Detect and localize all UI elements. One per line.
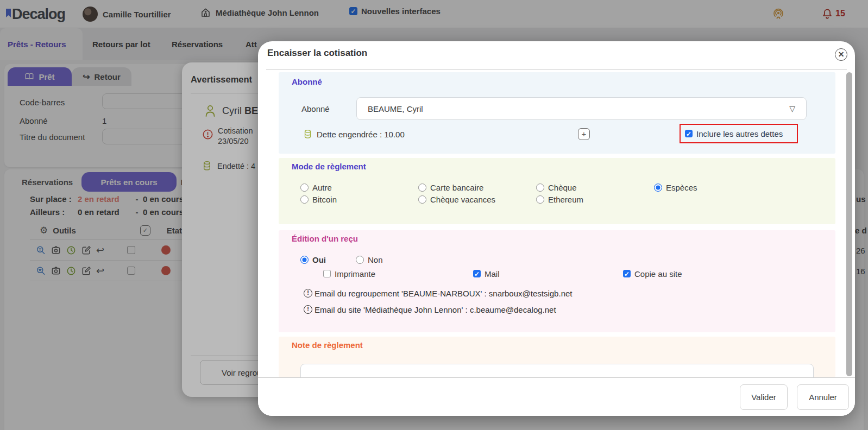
section-note: Note de règlement [279, 337, 835, 377]
radio-icon[interactable] [418, 195, 426, 204]
divider [266, 69, 847, 69]
radio-icon[interactable] [356, 256, 364, 264]
radio-selected-icon[interactable] [654, 184, 662, 192]
payment-option-label: Espèces [666, 183, 697, 192]
add-button[interactable]: + [578, 128, 590, 140]
radio-selected-icon[interactable] [300, 256, 309, 264]
section-abonne-title: Abonné [292, 77, 322, 86]
radio-icon[interactable] [300, 195, 309, 204]
payment-option-label: Ethereum [548, 195, 583, 204]
payment-option-ethereum[interactable]: Ethereum [536, 194, 583, 205]
generated-debt-text: Dette engendrée : 10.00 [317, 130, 405, 139]
payment-option-label: Chèque vacances [430, 195, 495, 204]
payment-option-label: Autre [312, 183, 332, 192]
group-email-info: ! Email du regroupement 'BEAUME-NARBOUX'… [304, 288, 573, 299]
include-debts-checkbox[interactable] [685, 130, 693, 137]
close-icon[interactable]: ✕ [835, 48, 847, 61]
generated-debt-line: Dette engendrée : 10.00 [303, 127, 405, 142]
screen: Decalog Camille Tourtillier Médiathèque … [0, 0, 868, 430]
modal-scrollbar-thumb[interactable] [846, 72, 852, 376]
abonne-field-label: Abonné [301, 97, 330, 120]
receipt-yes-label: Oui [312, 255, 326, 264]
cancel-button-label: Annuler [809, 393, 837, 402]
payment-option-bitcoin[interactable]: Bitcoin [300, 194, 337, 205]
collect-fee-modal: Encaisser la cotisation ✕ Abonné Abonné … [258, 41, 855, 416]
site-copy-label: Copie au site [634, 269, 682, 279]
group-email-text: Email du regroupement 'BEAUME-NARBOUX' :… [315, 289, 573, 298]
include-debts-label: Inclure les autres dettes [696, 129, 783, 138]
info-icon: ! [304, 289, 312, 298]
radio-icon[interactable] [536, 195, 544, 204]
payment-option-cheque-vacances[interactable]: Chèque vacances [418, 194, 495, 205]
modal-title: Encaisser la cotisation [267, 48, 367, 59]
mail-checkbox[interactable] [473, 270, 481, 277]
site-email-info: ! Email du site 'Médiathèque John Lennon… [304, 304, 556, 315]
receipt-yes-option[interactable]: Oui [300, 254, 326, 265]
coins-icon [303, 129, 312, 140]
section-abonne: Abonné Abonné BEAUME, Cyril ▽ Dette enge… [279, 72, 835, 154]
note-input[interactable] [300, 364, 814, 377]
receipt-printer-option[interactable]: Imprimante [323, 268, 375, 279]
validate-button[interactable]: Valider [740, 384, 788, 410]
payment-option-autre[interactable]: Autre [300, 182, 332, 193]
info-icon: ! [304, 305, 312, 314]
validate-button-label: Valider [751, 393, 776, 402]
section-payment-mode: Mode de règlement Autre Carte bancaire C… [279, 158, 835, 224]
radio-icon[interactable] [418, 184, 426, 192]
receipt-mail-option[interactable]: Mail [473, 268, 500, 279]
payment-option-label: Carte bancaire [430, 183, 483, 192]
abonne-input[interactable]: BEAUME, Cyril ▽ [356, 97, 807, 120]
receipt-site-copy-option[interactable]: Copie au site [623, 268, 682, 279]
section-payment-title: Mode de règlement [292, 162, 366, 171]
radio-icon[interactable] [300, 184, 309, 192]
radio-icon[interactable] [536, 184, 544, 192]
payment-option-cheque[interactable]: Chèque [536, 182, 577, 193]
abonne-input-value: BEAUME, Cyril [368, 104, 423, 113]
include-debts-highlight: Inclure les autres dettes [680, 124, 798, 143]
section-receipt-title: Édition d'un reçu [292, 234, 358, 243]
payment-option-carte[interactable]: Carte bancaire [418, 182, 483, 193]
payment-option-label: Chèque [548, 183, 577, 192]
site-copy-checkbox[interactable] [623, 270, 631, 277]
cancel-button[interactable]: Annuler [797, 384, 849, 410]
site-email-text: Email du site 'Médiathèque John Lennon' … [315, 305, 556, 314]
receipt-no-label: Non [368, 255, 383, 264]
receipt-no-option[interactable]: Non [356, 254, 383, 265]
dropdown-icon[interactable]: ▽ [789, 104, 795, 113]
section-note-title: Note de règlement [292, 340, 363, 350]
payment-option-especes[interactable]: Espèces [654, 182, 697, 193]
mail-label: Mail [485, 269, 500, 279]
printer-checkbox[interactable] [323, 270, 331, 277]
payment-option-label: Bitcoin [312, 195, 337, 204]
printer-label: Imprimante [335, 269, 375, 279]
section-receipt: Édition d'un reçu Oui Non Imprimante Mai… [279, 230, 835, 332]
modal-footer: Valider Annuler [258, 377, 855, 416]
